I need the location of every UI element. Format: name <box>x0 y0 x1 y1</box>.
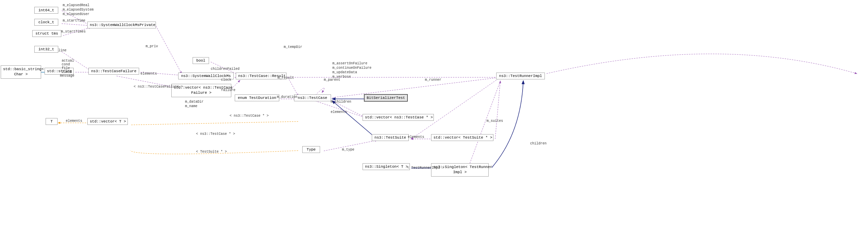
node-bitserializertest[interactable]: BitSerializerTest <box>364 94 408 102</box>
node-ns3-testcase-result[interactable]: ns3::TestCase::Result <box>236 73 286 79</box>
label-m-dataDir: m_dataDir <box>185 100 204 104</box>
svg-line-21 <box>411 77 500 139</box>
node-clock_t[interactable]: clock_t <box>34 19 58 26</box>
node-Type[interactable]: Type <box>302 146 320 153</box>
label-testcase-angle-2: < ns3::TestCase * > <box>196 132 235 136</box>
node-T[interactable]: T <box>46 118 58 125</box>
node-ns3-testcase[interactable]: ns3::TestCase <box>294 94 331 101</box>
svg-line-1 <box>62 24 91 26</box>
label-elements-4: elements <box>408 135 424 139</box>
node-std-vector-testcasefailure[interactable]: std::vector< ns3::TestCaseFailure > <box>171 84 231 97</box>
label-m-name: m_name <box>185 104 197 108</box>
svg-line-23 <box>324 140 377 151</box>
arrows-svg <box>0 0 868 244</box>
svg-line-0 <box>62 11 91 26</box>
label-children: children <box>530 142 547 145</box>
node-ns3-singleton-testrunnerimpl[interactable]: ns3::Singleton< TestRunnerImpl > <box>431 163 489 177</box>
label-actual: actual <box>62 59 74 63</box>
svg-line-2 <box>63 27 91 36</box>
svg-line-12 <box>288 77 298 96</box>
node-ns3-testcasefailure[interactable]: ns3::TestCaseFailure <box>88 68 139 75</box>
node-bool[interactable]: bool <box>193 57 209 64</box>
label-m-elapsedSystem: m_elapsedSystem <box>63 8 94 12</box>
node-std-string[interactable]: std::string <box>45 68 74 75</box>
label-cond: cond <box>62 63 70 66</box>
label-testsuite-angle: < TestSuite * > <box>196 150 227 154</box>
svg-line-11 <box>231 80 240 89</box>
node-ns3-systemwallclockms[interactable]: ns3::SystemWallClockMs <box>178 73 234 79</box>
label-elements-2: elements <box>331 110 347 114</box>
label-m-startTime: m_startTime <box>63 19 85 23</box>
label-m-suites: m_suites <box>487 119 503 123</box>
svg-line-14 <box>332 101 367 118</box>
svg-line-27 <box>332 77 500 98</box>
svg-line-16 <box>315 101 367 118</box>
label-m-elapsedUser: m_elapsedUser <box>63 12 89 16</box>
svg-line-25 <box>469 81 500 164</box>
label-m-priv: m_priv <box>146 44 158 48</box>
label-elements-3: elements <box>66 119 82 123</box>
svg-line-20 <box>495 81 500 139</box>
svg-line-8 <box>140 72 182 75</box>
node-std-basic-string[interactable]: std::basic_string< Char > <box>1 65 41 79</box>
node-int64_t[interactable]: int64_t <box>34 7 58 14</box>
node-enum-testduration[interactable]: enum TestDuration <box>235 94 279 101</box>
label-m-parent: m_parent <box>324 78 340 82</box>
node-ns3-testrunnerimpl[interactable]: ns3::TestRunnerImpl <box>496 73 545 79</box>
diagram-container: int64_t clock_t struct tms int32_t std::… <box>0 0 868 244</box>
label-m-assertOnFailure: m_assertOnFailure <box>332 62 367 65</box>
node-ns3-singleton-T[interactable]: ns3::Singleton< T > <box>363 163 410 170</box>
svg-line-18 <box>130 121 298 125</box>
label-m-elapsedReal: m_elapsedReal <box>63 3 89 7</box>
label-ns3-testcase-angle: < ns3::TestCase * > <box>230 114 269 118</box>
node-ns3-testsuite[interactable]: ns3::TestSuite <box>372 134 409 141</box>
node-std-vector-testcase-ptr[interactable]: std::vector< ns3::TestCase * > <box>363 114 434 121</box>
label-line: line <box>58 49 66 52</box>
label-m-type: m_type <box>342 148 354 152</box>
node-ns3-systemwallclockms-private[interactable]: ns3::SystemWallClockMsPrivate <box>87 22 156 28</box>
label-m-verbose: m_verbose <box>332 75 351 79</box>
label-m-continueOnFailure: m_continueOnFailure <box>332 66 371 70</box>
svg-line-3 <box>156 26 182 74</box>
label-m-tempDir: m_tempDir <box>284 45 302 49</box>
label-m-startTimes: m_startTimes <box>61 30 86 34</box>
label-m-updateData: m_updateData <box>332 70 357 74</box>
node-struct-tms[interactable]: struct tms <box>32 30 61 37</box>
node-int32_t[interactable]: int32_t <box>34 46 58 53</box>
label-m-runner: m_runner <box>425 78 441 82</box>
svg-line-7 <box>117 76 175 87</box>
node-std-vector-testsuite[interactable]: std::vector< TestSuite * > <box>431 134 493 141</box>
label-m-children: m_children <box>331 100 351 104</box>
node-std-vector-T[interactable]: std::vector< T > <box>87 118 128 125</box>
label-childrenFailed: childrenFailed <box>211 67 240 71</box>
label-elements-1: elements <box>140 72 157 76</box>
